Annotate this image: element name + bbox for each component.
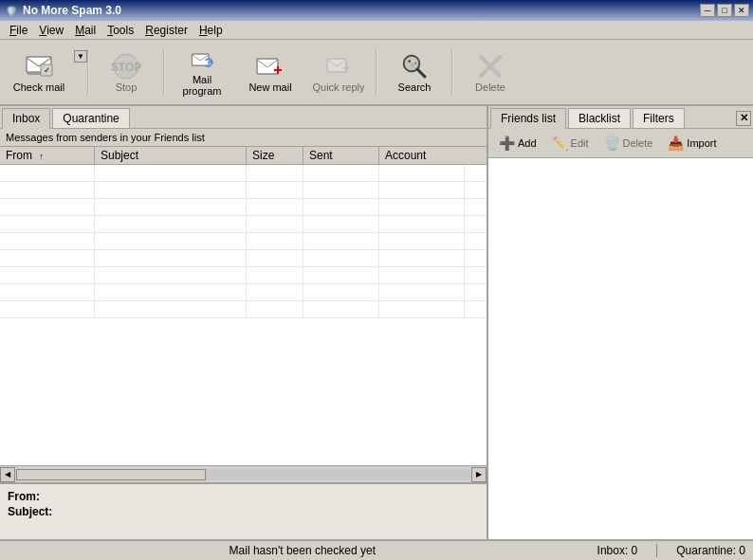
menu-register[interactable]: Register <box>139 22 193 39</box>
scroll-track[interactable] <box>16 469 470 480</box>
new-mail-icon <box>255 51 285 81</box>
toolbar: ✓ Check mail ▼ STOP Stop Mail program <box>0 40 753 106</box>
menu-mail[interactable]: Mail <box>69 22 101 39</box>
tab-inbox[interactable]: Inbox <box>2 108 50 129</box>
toolbar-separator-4 <box>451 48 453 96</box>
check-mail-button[interactable]: ✓ Check mail <box>6 43 72 101</box>
table-row[interactable] <box>0 267 487 284</box>
mail-program-label: Mail program <box>174 74 230 97</box>
new-mail-label: New mail <box>248 81 291 93</box>
tab-blacklist[interactable]: Blacklist <box>568 108 631 128</box>
svg-line-23 <box>417 69 425 77</box>
menu-help[interactable]: Help <box>193 22 229 39</box>
table-row[interactable] <box>0 216 487 233</box>
th-size[interactable]: Size <box>247 147 303 164</box>
stop-button[interactable]: STOP Stop <box>93 43 159 101</box>
th-from[interactable]: From ↑ <box>0 147 95 164</box>
maximize-button[interactable]: □ <box>717 4 732 17</box>
mail-program-icon <box>187 47 217 74</box>
edit-icon: ✏️ <box>552 135 568 151</box>
delete-label: Delete <box>475 81 505 93</box>
check-mail-icon: ✓ <box>24 51 54 81</box>
title-left: 🛡️ No More Spam 3.0 <box>4 3 121 18</box>
menu-file[interactable]: File <box>4 22 33 39</box>
delete-friends-button[interactable]: 🗑️ Delete <box>597 133 660 154</box>
table-row[interactable] <box>0 301 487 318</box>
tab-filters[interactable]: Filters <box>633 108 685 128</box>
quick-reply-icon <box>323 51 354 81</box>
right-content <box>488 158 753 539</box>
status-bar: Mail hasn't been checked yet Inbox: 0 Qu… <box>0 539 753 560</box>
table-row[interactable] <box>0 233 487 250</box>
toolbar-separator-3 <box>376 48 377 96</box>
search-button[interactable]: 🔭 Search <box>381 43 448 101</box>
friends-notice: Messages from senders in your Friends li… <box>0 129 487 147</box>
table-row[interactable] <box>0 199 487 216</box>
new-mail-button[interactable]: New mail <box>237 43 303 101</box>
table-row[interactable] <box>0 250 487 267</box>
status-main-text: Mail hasn't been checked yet <box>8 544 597 557</box>
svg-text:🔭: 🔭 <box>407 59 418 70</box>
delete-icon <box>475 51 505 81</box>
search-label: Search <box>398 81 432 93</box>
menu-tools[interactable]: Tools <box>101 22 139 39</box>
quick-reply-label: Quick reply <box>312 81 364 93</box>
stop-icon: STOP <box>111 51 141 81</box>
left-panel: Inbox Quarantine Messages from senders i… <box>0 106 488 539</box>
import-icon: 📥 <box>668 135 684 151</box>
import-label: Import <box>687 137 716 149</box>
preview-from: From: <box>8 490 479 503</box>
title-buttons: ─ □ ✕ <box>700 4 749 17</box>
status-quarantine: Quarantine: 0 <box>676 544 745 557</box>
th-account[interactable]: Account <box>379 147 465 164</box>
svg-rect-12 <box>257 59 278 74</box>
quick-reply-button[interactable]: Quick reply <box>305 43 372 101</box>
right-tabs: Friends list Blacklist Filters ✕ <box>488 106 753 129</box>
message-area: Messages from senders in your Friends li… <box>0 129 487 465</box>
check-mail-dropdown[interactable]: ▼ <box>74 43 83 101</box>
scroll-left-arrow[interactable]: ◀ <box>0 467 15 482</box>
minimize-button[interactable]: ─ <box>700 4 715 17</box>
search-icon: 🔭 <box>399 51 430 81</box>
menu-view[interactable]: View <box>33 22 69 39</box>
table-body <box>0 165 487 331</box>
th-subject[interactable]: Subject <box>95 147 247 164</box>
main-area: Inbox Quarantine Messages from senders i… <box>0 106 753 539</box>
stop-label: Stop <box>116 81 138 93</box>
title-bar: 🛡️ No More Spam 3.0 ─ □ ✕ <box>0 0 753 21</box>
th-sent[interactable]: Sent <box>303 147 379 164</box>
toolbar-separator-1 <box>87 48 89 96</box>
table-row[interactable] <box>0 284 487 301</box>
check-mail-label: Check mail <box>13 81 64 93</box>
delete-friends-icon: 🗑️ <box>604 135 620 151</box>
tab-friends-list[interactable]: Friends list <box>490 108 566 129</box>
mail-program-button[interactable]: Mail program <box>169 43 235 101</box>
edit-label: Edit <box>571 137 589 149</box>
right-toolbar: ➕ Add ✏️ Edit 🗑️ Delete 📥 Import <box>488 129 753 158</box>
delete-button[interactable]: Delete <box>457 43 523 101</box>
toolbar-separator-2 <box>163 48 165 96</box>
edit-button[interactable]: ✏️ Edit <box>545 133 596 154</box>
table-header: From ↑ Subject Size Sent Account <box>0 147 487 165</box>
status-right: Inbox: 0 Quarantine: 0 <box>597 544 745 557</box>
table-row[interactable] <box>0 165 487 182</box>
add-label: Add <box>518 137 537 149</box>
preview-panel: From: Subject: <box>0 482 487 539</box>
horizontal-scrollbar[interactable]: ◀ ▶ <box>0 465 487 482</box>
inbox-tabs: Inbox Quarantine <box>0 106 487 129</box>
scroll-right-arrow[interactable]: ▶ <box>471 467 487 482</box>
tab-quarantine[interactable]: Quarantine <box>52 108 129 128</box>
status-divider <box>656 544 657 557</box>
app-title: No More Spam 3.0 <box>23 4 121 17</box>
svg-rect-17 <box>327 59 346 72</box>
import-button[interactable]: 📥 Import <box>661 133 723 154</box>
table-row[interactable] <box>0 182 487 199</box>
status-inbox: Inbox: 0 <box>597 544 638 557</box>
close-button[interactable]: ✕ <box>734 4 749 17</box>
delete-friends-label: Delete <box>623 137 653 149</box>
add-button[interactable]: ➕ Add <box>492 133 543 154</box>
scroll-thumb[interactable] <box>16 469 206 480</box>
right-panel-close[interactable]: ✕ <box>736 111 751 126</box>
preview-subject: Subject: <box>8 505 479 518</box>
svg-text:✓: ✓ <box>44 66 50 75</box>
